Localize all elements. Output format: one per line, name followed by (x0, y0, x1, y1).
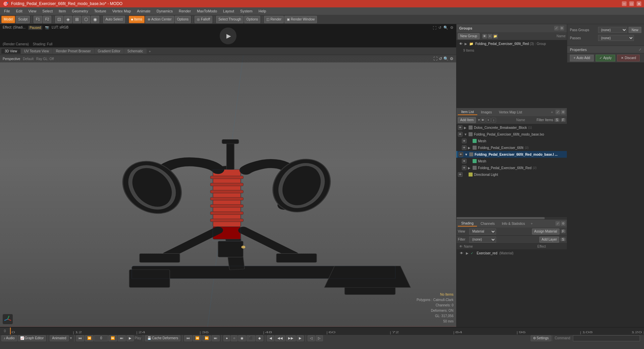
add-item-dropdown[interactable]: ▼ (477, 118, 481, 122)
viewport-ctrl-zoom[interactable]: 🔍 (443, 56, 448, 61)
menu-edit[interactable]: Edit (13, 8, 25, 14)
playback-ctrl-9[interactable]: ◆ (256, 335, 263, 341)
viewport-3d[interactable]: Perspective Default Ray GL: Off ⛶ ↺ 🔍 ⚙ … (0, 55, 456, 327)
item-expand-icon[interactable]: ▶ (468, 146, 471, 150)
command-input[interactable] (573, 335, 640, 341)
animated-btn[interactable]: Animated (50, 335, 68, 341)
render-ctrl-settings[interactable]: ⚙ (450, 26, 453, 30)
transport-start[interactable]: ⏮ (76, 335, 84, 341)
assign-key-f[interactable]: F (561, 230, 566, 233)
item-expand-icon[interactable]: ▼ (465, 153, 468, 156)
group-row-main[interactable]: 👁 ▶ 📁 Folding_Pedal_Exerciser_66fit_Red … (457, 40, 567, 47)
assign-material-btn[interactable]: Assign Material (532, 229, 559, 235)
item-visibility-icon[interactable]: 👁 (462, 159, 467, 163)
animated-dropdown[interactable]: ▼ (69, 336, 73, 340)
item-expand-icon[interactable]: ▶ (468, 166, 471, 170)
playback-ctrl-13[interactable]: ▶ (297, 335, 304, 341)
menu-dynamics[interactable]: Dynamics (154, 8, 175, 14)
tab-item-list[interactable]: Item List (458, 109, 477, 115)
playback-ctrl-5[interactable]: ● (223, 335, 230, 341)
render-ctrl-maximize[interactable]: ⛶ (433, 26, 436, 30)
item-expand-icon[interactable]: ▼ (464, 133, 467, 136)
list-item[interactable]: 👁 ▼ Folding_Pedal_Exerciser_66fit_Red_mo… (457, 151, 567, 158)
tab-info-stats[interactable]: Info & Statistics (498, 221, 528, 226)
viewport-ctrl-settings[interactable]: ⚙ (450, 56, 453, 61)
transport-next[interactable]: ⏩ (108, 335, 117, 341)
menu-animate[interactable]: Animate (134, 8, 153, 14)
render-ctrl-zoom-in[interactable]: 🔍 (443, 26, 448, 30)
items-expand-btn[interactable]: ⤢ (555, 110, 560, 114)
menu-vertexmap[interactable]: Vertex Map (110, 8, 134, 14)
minimize-btn[interactable]: ─ (622, 1, 627, 6)
pass-groups-select[interactable]: (none) (598, 27, 627, 33)
items-settings-btn[interactable]: ⚙ (561, 110, 566, 114)
tab-3d-view[interactable]: 3D View (1, 49, 20, 54)
discard-btn[interactable]: ✕ Discard (617, 55, 640, 61)
playback-ctrl-4[interactable]: ⏭ (212, 335, 220, 341)
close-btn[interactable]: ✕ (637, 1, 641, 6)
f2-btn[interactable]: F2 (43, 16, 52, 23)
playback-ctrl-6[interactable]: ○ (231, 335, 237, 341)
groups-settings-btn[interactable]: ⚙ (559, 26, 564, 31)
item-visibility-icon[interactable]: 👁 (458, 125, 463, 130)
falloff-btn[interactable]: ◎ Falloff (195, 16, 212, 23)
menu-texture[interactable]: Texture (92, 8, 109, 14)
item-visibility-icon[interactable]: 👁 (462, 165, 467, 170)
apply-btn[interactable]: ✓ Apply (596, 55, 615, 61)
item-visibility-icon[interactable]: 👁 (458, 172, 463, 177)
group-expand[interactable]: ▶ (465, 42, 467, 46)
frame-input[interactable] (94, 335, 108, 341)
menu-select[interactable]: Select (40, 8, 55, 14)
transport-end[interactable]: ⏭ (118, 335, 126, 341)
playback-ctrl-10[interactable]: ◀ (267, 335, 274, 341)
items-scrollbar[interactable] (457, 217, 567, 219)
add-item-btn[interactable]: Add Item (458, 117, 476, 123)
menu-item[interactable]: Item (56, 8, 68, 14)
shading-settings-btn[interactable]: ⚙ (561, 221, 566, 226)
list-item[interactable]: 👁 Mesh (457, 158, 567, 164)
menu-layout[interactable]: Layout (220, 8, 237, 14)
groups-expand-btn[interactable]: ⤢ (554, 26, 559, 31)
menu-geometry[interactable]: Geometry (69, 8, 91, 14)
tab-channels[interactable]: Channels (477, 221, 498, 226)
playback-ctrl-2[interactable]: ⏪ (193, 335, 202, 341)
shading-row-exerciser[interactable]: 👁 ▶ ✓ Exerciser_red (Material) (457, 250, 567, 256)
tab-images[interactable]: Images (478, 110, 495, 115)
timeline[interactable]: 0 0 12 24 36 48 60 (0, 327, 644, 335)
list-item[interactable]: 👁 ▶ Folding_Pedal_Exerciser_66fit (2) (457, 144, 567, 151)
transport-prev[interactable]: ⏪ (85, 335, 94, 341)
options-btn-2[interactable]: Options (244, 16, 260, 23)
item-expand-icon[interactable]: ▶ (464, 126, 467, 130)
tool-icon-4[interactable]: ⬡ (82, 16, 90, 23)
tab-render-preset[interactable]: Render Preset Browser (53, 49, 94, 54)
passes-select[interactable]: (none) (598, 35, 634, 41)
list-item[interactable]: 👁 ▶ Dolos_Concrete_Breakwater_Block (1) (457, 124, 567, 131)
menu-file[interactable]: File (1, 8, 13, 14)
model-mode-btn[interactable]: Model (1, 16, 15, 23)
shading-tab-add[interactable]: + (529, 221, 535, 226)
list-item[interactable]: 👁 ▼ Folding_Pedal_Exerciser_66fit_modo_b… (457, 131, 567, 138)
shading-expand-btn[interactable]: ⤢ (555, 221, 560, 226)
list-item[interactable]: 👁 Directional Light (457, 171, 567, 178)
render-btn[interactable]: ◫ Render (264, 16, 284, 23)
item-visibility-icon[interactable]: 👁 (462, 139, 467, 143)
auto-select-btn[interactable]: Auto Select (103, 16, 125, 23)
menu-maxtomode[interactable]: MaxToModo (194, 8, 220, 14)
item-visibility-icon[interactable]: 👁 (459, 152, 463, 157)
tool-icon-2[interactable]: ◈ (64, 16, 72, 23)
filter-items-btn[interactable]: Filter Items (537, 118, 553, 122)
groups-add-icon[interactable]: + (488, 34, 492, 39)
playback-ctrl-7[interactable]: ◉ (238, 335, 246, 341)
viewport-ctrl-reset[interactable]: ↺ (439, 56, 442, 61)
settings-btn[interactable]: ⚙ Settings (531, 335, 551, 341)
new-group-btn[interactable]: New Group (458, 33, 480, 39)
playback-ctrl-12[interactable]: ▶▶ (286, 335, 296, 341)
auto-add-btn[interactable]: + Auto Add (570, 55, 594, 61)
add-layer-key-s[interactable]: S (560, 238, 566, 241)
item-visibility-icon[interactable]: 👁 (458, 132, 463, 137)
tool-icon-3[interactable]: ⊞ (73, 16, 81, 23)
filter-key-s[interactable]: S (554, 118, 559, 122)
audio-btn[interactable]: ♪ Audio (1, 335, 17, 341)
items-btn[interactable]: ■ Items (129, 16, 145, 23)
playback-ctrl-11[interactable]: ◀◀ (275, 335, 285, 341)
